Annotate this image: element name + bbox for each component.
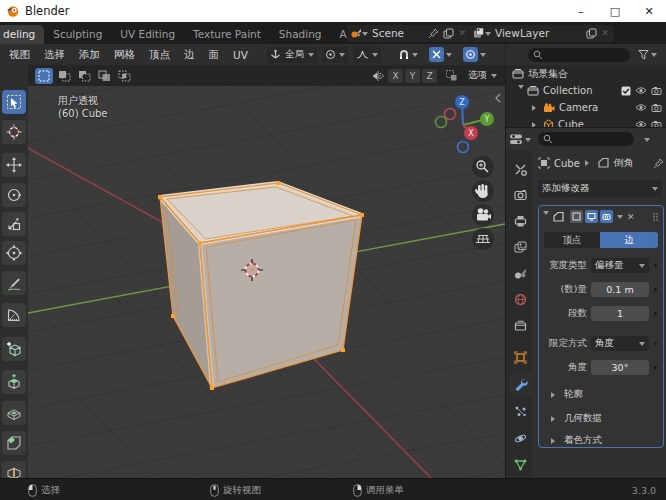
menu-view[interactable]: 视图 bbox=[2, 48, 37, 62]
maximize-button[interactable]: □ bbox=[598, 0, 632, 22]
angle-field[interactable]: 30° bbox=[591, 360, 649, 375]
gizmo-neg-z[interactable] bbox=[458, 142, 469, 153]
tool-inset-faces[interactable] bbox=[2, 401, 26, 425]
menu-add[interactable]: 添加 bbox=[72, 48, 107, 62]
close-button[interactable]: ✕ bbox=[632, 0, 666, 22]
menu-vertex[interactable]: 顶点 bbox=[142, 48, 177, 62]
tool-select-box[interactable] bbox=[2, 90, 26, 114]
viewport-3d[interactable]: Z Y X bbox=[28, 86, 505, 478]
tab-scene[interactable] bbox=[508, 262, 532, 284]
tab-render[interactable] bbox=[508, 184, 532, 206]
edit-mode-display-toggle[interactable] bbox=[570, 210, 583, 223]
amount-field[interactable]: 0.1 m bbox=[591, 282, 649, 297]
editor-type-icon[interactable] bbox=[509, 133, 523, 146]
proportional-edit-toggle[interactable] bbox=[460, 47, 489, 63]
render-visibility-icon[interactable] bbox=[651, 103, 662, 112]
gizmo-neg-y[interactable] bbox=[436, 117, 447, 128]
viewlayer-selector[interactable]: ViewLayer ✕ bbox=[470, 25, 614, 42]
animate-dot[interactable] bbox=[654, 264, 657, 267]
affect-edges-button[interactable]: 边 bbox=[600, 232, 658, 248]
tab-physics[interactable] bbox=[508, 427, 532, 449]
new-viewlayer-icon[interactable] bbox=[586, 28, 597, 39]
outliner-search-input[interactable] bbox=[543, 49, 613, 61]
tool-transform[interactable] bbox=[2, 241, 26, 265]
scene-selector[interactable]: Scene ✕ bbox=[347, 25, 471, 42]
select-mode-intersect-button[interactable] bbox=[115, 68, 133, 84]
tab-particles[interactable] bbox=[508, 400, 532, 422]
tab-object-data[interactable] bbox=[508, 454, 532, 476]
breadcrumb-modifier[interactable]: 倒角 bbox=[614, 156, 634, 170]
tab-world[interactable] bbox=[508, 288, 532, 310]
animate-dot[interactable] bbox=[654, 288, 657, 291]
proportional-falloff-dropdown[interactable] bbox=[353, 47, 381, 63]
options-dropdown[interactable]: 选项 bbox=[468, 69, 497, 82]
menu-edge[interactable]: 边 bbox=[177, 48, 202, 62]
affect-vertices-button[interactable]: 顶点 bbox=[544, 232, 600, 248]
pin-icon[interactable] bbox=[428, 28, 439, 39]
sidebar-collapse-icon[interactable] bbox=[496, 94, 500, 102]
width-type-dropdown[interactable]: 偏移量 bbox=[591, 258, 649, 273]
eye-icon[interactable] bbox=[635, 86, 647, 95]
tool-add-cube[interactable] bbox=[2, 337, 26, 361]
menu-select[interactable]: 选择 bbox=[37, 48, 72, 62]
disclosure-closed-icon[interactable] bbox=[532, 105, 539, 111]
outliner-row-scene-collection[interactable]: 场景集合 bbox=[506, 65, 666, 82]
filter-funnel-icon[interactable] bbox=[638, 49, 649, 60]
outliner-row-cube[interactable]: Cube bbox=[506, 116, 666, 127]
render-display-toggle[interactable] bbox=[600, 210, 613, 223]
animate-dot[interactable] bbox=[654, 366, 657, 369]
camera-view-button[interactable] bbox=[472, 204, 494, 226]
mirror-x-button[interactable]: X bbox=[388, 69, 403, 83]
checkbox-icon[interactable] bbox=[621, 86, 631, 96]
section-profile[interactable]: 轮廓 bbox=[549, 388, 583, 401]
new-scene-icon[interactable] bbox=[443, 28, 454, 39]
navigation-gizmo[interactable]: Z Y X bbox=[436, 95, 495, 153]
select-mode-invert-button[interactable] bbox=[95, 68, 113, 84]
tool-scale[interactable] bbox=[2, 212, 26, 236]
panel-expand-icon[interactable] bbox=[543, 211, 549, 218]
section-shading[interactable]: 着色方式 bbox=[549, 434, 602, 447]
modifier-extras-icon[interactable] bbox=[617, 215, 623, 222]
render-visibility-icon[interactable] bbox=[651, 86, 662, 95]
eye-icon[interactable] bbox=[635, 120, 647, 127]
workspace-tab-modeling[interactable]: deling bbox=[0, 25, 44, 44]
select-mode-subtract-button[interactable] bbox=[75, 68, 93, 84]
segments-field[interactable]: 1 bbox=[591, 306, 649, 321]
select-mode-extend-button[interactable] bbox=[55, 68, 73, 84]
menu-uv[interactable]: UV bbox=[226, 49, 255, 61]
tab-view-layer[interactable] bbox=[508, 236, 532, 258]
add-modifier-button[interactable]: 添加修改器 bbox=[538, 180, 662, 197]
disclosure-open-icon[interactable] bbox=[518, 85, 524, 92]
breadcrumb-object[interactable]: Cube bbox=[554, 158, 580, 169]
section-geometry[interactable]: 几何数据 bbox=[549, 412, 602, 425]
transform-orientation-dropdown[interactable]: 全局 bbox=[267, 47, 317, 63]
tool-bevel[interactable] bbox=[2, 431, 26, 455]
animate-dot[interactable] bbox=[654, 342, 657, 345]
tab-tool[interactable] bbox=[508, 158, 532, 180]
outliner-search[interactable] bbox=[528, 48, 630, 62]
snap-mode-dropdown[interactable] bbox=[426, 47, 455, 63]
tool-measure[interactable] bbox=[2, 303, 26, 327]
workspace-tab-texture-paint[interactable]: Texture Paint bbox=[184, 25, 270, 44]
tool-cursor[interactable] bbox=[2, 120, 26, 144]
workspace-tab-sculpting[interactable]: Sculpting bbox=[44, 25, 111, 44]
tab-object[interactable] bbox=[508, 346, 532, 368]
realtime-display-toggle[interactable] bbox=[585, 210, 598, 223]
gizmo-neg-x[interactable] bbox=[445, 109, 456, 120]
tab-output[interactable] bbox=[508, 210, 532, 232]
minimize-button[interactable]: – bbox=[564, 0, 598, 22]
outliner-row-camera[interactable]: Camera bbox=[506, 99, 666, 116]
zoom-button[interactable] bbox=[472, 156, 494, 178]
tool-move[interactable] bbox=[2, 153, 26, 177]
tool-annotate[interactable] bbox=[2, 271, 26, 295]
render-visibility-icon[interactable] bbox=[651, 120, 662, 127]
ortho-grid-button[interactable] bbox=[472, 228, 494, 250]
mirror-y-button[interactable]: Y bbox=[405, 69, 420, 83]
delete-modifier-icon[interactable]: ✕ bbox=[627, 212, 635, 222]
tab-collection-props[interactable] bbox=[508, 314, 532, 336]
eye-icon[interactable] bbox=[635, 103, 647, 112]
tab-modifiers[interactable] bbox=[510, 373, 532, 395]
menu-mesh[interactable]: 网格 bbox=[107, 48, 142, 62]
pivot-point-dropdown[interactable] bbox=[322, 47, 348, 63]
animate-dot[interactable] bbox=[654, 312, 657, 315]
